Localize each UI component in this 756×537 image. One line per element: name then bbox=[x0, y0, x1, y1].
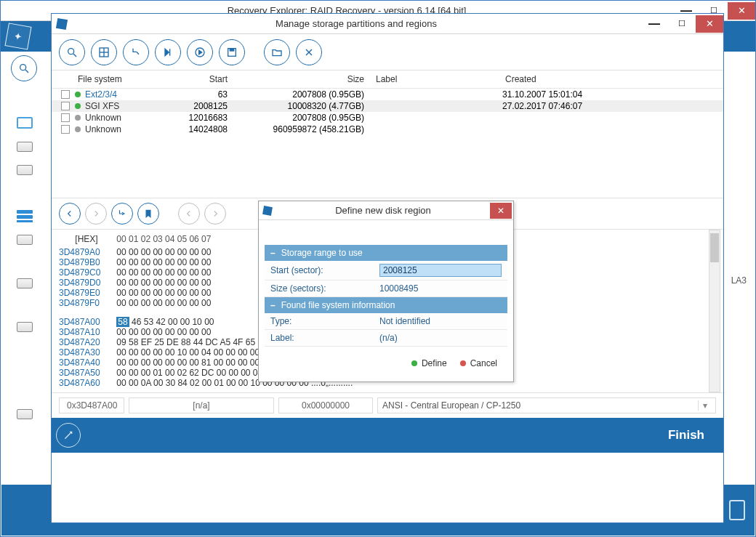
app-icon bbox=[1, 1, 21, 21]
dialog-titlebar: Define new disk region ✕ bbox=[259, 201, 513, 220]
table-row[interactable]: SGI XFS 200812510008320 (4.77GB)27.02.20… bbox=[52, 100, 723, 112]
section-storage-range[interactable]: –Storage range to use bbox=[265, 245, 507, 261]
table-header: File system Start Size Label Created bbox=[52, 70, 723, 89]
col-label[interactable]: Label bbox=[373, 73, 502, 86]
close-button[interactable]: ✕ bbox=[728, 2, 755, 20]
row-checkbox[interactable] bbox=[61, 125, 70, 134]
sidebar bbox=[17, 117, 33, 499]
start-sector-input[interactable] bbox=[379, 264, 502, 277]
status-offset: 0x00000000 bbox=[278, 397, 373, 413]
cancel-button[interactable]: Cancel bbox=[460, 358, 497, 368]
hex-header-cols: 00 01 02 03 04 05 06 07 bbox=[116, 234, 211, 244]
type-value: Not identified bbox=[379, 316, 502, 326]
logo-icon: ✦ bbox=[4, 23, 31, 49]
partitions-title: Manage storage partitions and regions bbox=[72, 18, 640, 29]
col-size[interactable]: Size bbox=[249, 73, 373, 86]
sidebar-item-raid[interactable] bbox=[17, 210, 33, 222]
col-filesystem[interactable]: File system bbox=[75, 73, 155, 86]
play-button[interactable] bbox=[187, 39, 213, 65]
table-row[interactable]: Unknown 14024808960959872 (458.21GB) bbox=[52, 124, 723, 135]
status-address: 0x3D487A00 bbox=[59, 397, 124, 413]
search-tool-button[interactable] bbox=[11, 55, 37, 81]
svg-point-2 bbox=[68, 48, 74, 54]
back-button[interactable] bbox=[59, 203, 81, 225]
open-button[interactable] bbox=[264, 39, 290, 65]
finish-bar: Finish bbox=[52, 418, 723, 453]
step-button[interactable] bbox=[123, 39, 149, 65]
hex-scrollbar[interactable] bbox=[709, 230, 720, 392]
table-row[interactable]: Ext2/3/4 632007808 (0.95GB)31.10.2007 15… bbox=[52, 89, 723, 100]
row-checkbox[interactable] bbox=[61, 113, 70, 122]
grid-button[interactable] bbox=[91, 39, 117, 65]
type-label: Type: bbox=[270, 316, 379, 326]
skip-button[interactable] bbox=[155, 39, 181, 65]
wand-icon[interactable] bbox=[56, 423, 81, 448]
label-label: Label: bbox=[270, 333, 379, 343]
partitions-icon bbox=[52, 14, 72, 34]
inner-minimize-button[interactable]: — bbox=[640, 15, 668, 33]
dialog-title: Define new disk region bbox=[276, 205, 490, 216]
partitions-titlebar: Manage storage partitions and regions — … bbox=[52, 14, 723, 34]
goto-button[interactable] bbox=[111, 203, 133, 225]
define-button[interactable]: Define bbox=[411, 358, 447, 368]
define-region-dialog: Define new disk region ✕ –Storage range … bbox=[258, 201, 514, 382]
toolbar bbox=[52, 34, 723, 70]
sidebar-item-disk2[interactable] bbox=[17, 165, 33, 175]
sidebar-item-disk1[interactable] bbox=[17, 142, 33, 152]
sidebar-item-monitor[interactable] bbox=[17, 117, 33, 129]
col-start[interactable]: Start bbox=[155, 73, 249, 86]
start-sector-label: Start (sector): bbox=[270, 265, 379, 275]
footer-device-icon bbox=[729, 500, 745, 520]
chevron-down-icon: ▾ bbox=[698, 400, 711, 411]
inner-maximize-button[interactable]: ☐ bbox=[668, 15, 696, 33]
status-na: [n/a] bbox=[129, 397, 274, 413]
scan-button[interactable] bbox=[59, 39, 85, 65]
size-sectors-value: 10008495 bbox=[379, 283, 502, 294]
status-bar: 0x3D487A00 [n/a] 0x00000000 ANSI - Centr… bbox=[52, 392, 723, 418]
svg-point-0 bbox=[20, 65, 26, 70]
svg-rect-12 bbox=[230, 48, 233, 50]
partition-list: Ext2/3/4 632007808 (0.95GB)31.10.2007 15… bbox=[52, 89, 723, 135]
forward-button bbox=[85, 203, 107, 225]
finish-button[interactable]: Finish bbox=[668, 428, 704, 443]
inner-close-button[interactable]: ✕ bbox=[696, 15, 723, 33]
encoding-select[interactable]: ANSI - Central European / CP-1250▾ bbox=[377, 397, 716, 413]
svg-marker-10 bbox=[199, 50, 202, 54]
sidebar-item-disk5[interactable] bbox=[17, 322, 33, 332]
row-checkbox[interactable] bbox=[61, 102, 70, 110]
svg-marker-7 bbox=[165, 49, 169, 55]
svg-line-1 bbox=[25, 70, 28, 73]
bookmark-button[interactable] bbox=[137, 203, 159, 225]
sidebar-item-disk6[interactable] bbox=[17, 409, 33, 419]
hex-header-label: [HEX] bbox=[59, 234, 114, 244]
sidebar-item-disk4[interactable] bbox=[17, 278, 33, 288]
dialog-icon bbox=[259, 206, 276, 215]
save-button[interactable] bbox=[219, 39, 245, 65]
svg-line-3 bbox=[73, 54, 76, 57]
next-mark-button bbox=[204, 203, 226, 225]
sidebar-right-label: LA3 bbox=[731, 275, 747, 286]
table-row[interactable]: Unknown 120166832007808 (0.95GB) bbox=[52, 112, 723, 124]
prev-mark-button bbox=[178, 203, 200, 225]
label-value: (n/a) bbox=[379, 333, 502, 343]
size-sectors-label: Size (sectors): bbox=[270, 283, 379, 294]
dialog-close-button[interactable]: ✕ bbox=[490, 203, 512, 219]
section-fs-info[interactable]: –Found file system information bbox=[265, 297, 507, 313]
col-created[interactable]: Created bbox=[502, 73, 719, 86]
row-checkbox[interactable] bbox=[61, 90, 70, 99]
clear-button[interactable] bbox=[296, 39, 322, 65]
sidebar-item-disk3[interactable] bbox=[17, 235, 33, 245]
